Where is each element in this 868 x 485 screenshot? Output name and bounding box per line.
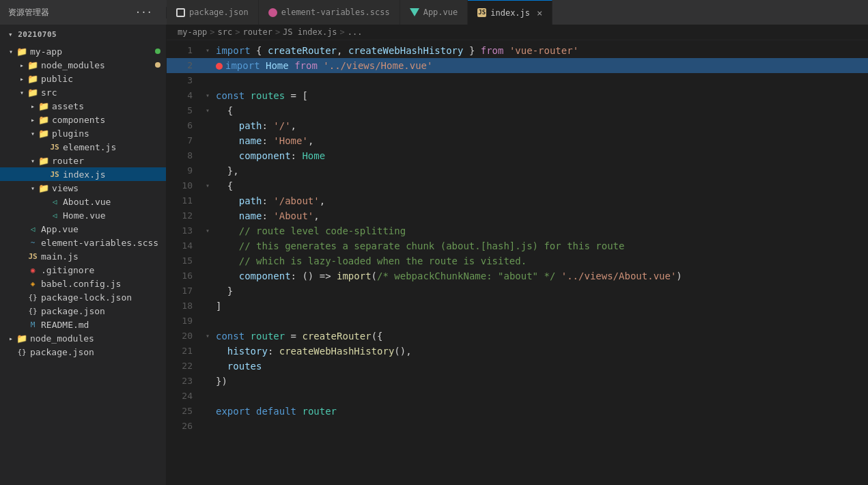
folder-icon: 📁 xyxy=(27,74,38,84)
breadcrumb-part[interactable]: my-app xyxy=(178,27,207,37)
tree-item-my-app[interactable]: ▾📁my-app xyxy=(0,44,166,58)
file-icon: 📁 xyxy=(16,46,27,57)
tab-label-index-js: index.js xyxy=(490,8,530,18)
code-line-2: 2import Home from '../views/Home.vue' xyxy=(167,58,868,73)
line-content: const routes = [ xyxy=(213,88,868,103)
folder-arrow: ▾ xyxy=(16,89,27,96)
fold-arrow[interactable]: ▾ xyxy=(202,88,213,103)
babel-file-icon: ◈ xyxy=(31,279,36,288)
tab-bar: package.jsonelement-variables.scssApp.vu… xyxy=(167,0,868,25)
tree-item-components[interactable]: ▸📁components xyxy=(0,113,166,126)
file-icon: JS xyxy=(49,141,60,152)
more-options-button[interactable]: ··· xyxy=(135,7,152,18)
folder-arrow: ▾ xyxy=(27,157,38,165)
folder-icon: 📁 xyxy=(16,46,27,57)
folder-arrow: ▸ xyxy=(16,75,27,83)
tree-item-app-vue[interactable]: ◁App.vue xyxy=(0,222,166,236)
folder-icon: 📁 xyxy=(16,333,27,344)
line-number: 23 xyxy=(167,374,202,389)
folder-arrow: ▾ xyxy=(5,48,16,55)
file-icon: 📁 xyxy=(38,100,49,111)
file-icon: 📁 xyxy=(38,182,49,193)
breadcrumb-part[interactable]: src xyxy=(218,27,233,37)
tree-item-readme[interactable]: MREADME.md xyxy=(0,318,166,331)
folder-icon: 📁 xyxy=(38,128,49,139)
folder-arrow: ▾ xyxy=(27,184,38,192)
folder-icon: 📁 xyxy=(38,156,49,166)
tree-item-label: About.vue xyxy=(63,197,166,207)
tree-item-package-json[interactable]: {}package.json xyxy=(0,304,166,318)
breadcrumb-part[interactable]: router xyxy=(243,27,272,37)
tab-package-json[interactable]: package.json xyxy=(167,0,259,25)
tree-item-node_modules[interactable]: ▸📁node_modules xyxy=(0,58,166,72)
line-content: export default router xyxy=(213,404,868,419)
line-number: 15 xyxy=(167,253,202,268)
breadcrumb-separator: > xyxy=(235,27,240,37)
line-content: // route level code-splitting xyxy=(213,223,868,238)
line-content: import Home from '../views/Home.vue' xyxy=(213,58,868,73)
title-bar: 资源管理器 ··· package.jsonelement-variables.… xyxy=(0,0,868,25)
tree-item-src[interactable]: ▾📁src xyxy=(0,85,166,99)
tree-item-label: Home.vue xyxy=(63,210,166,221)
error-indicator xyxy=(216,63,223,70)
tree-item-node_modules2[interactable]: ▸📁node_modules xyxy=(0,331,166,345)
code-line-16: 16 component: () => import(/* webpackChu… xyxy=(167,268,868,283)
tree-item-label: .gitignore xyxy=(41,265,166,275)
line-content: // this generates a separate chunk (abou… xyxy=(213,238,868,253)
code-view[interactable]: 1▾import { createRouter, createWebHashHi… xyxy=(167,40,868,485)
tree-item-home-vue[interactable]: ◁Home.vue xyxy=(0,208,166,222)
line-content: // which is lazy-loaded when the route i… xyxy=(213,253,868,268)
tree-item-label: node_modules xyxy=(30,333,166,344)
tree-item-main-js[interactable]: JSmain.js xyxy=(0,249,166,263)
tree-item-babel-config[interactable]: ◈babel.config.js xyxy=(0,277,166,290)
tree-item-element-js[interactable]: JSelement.js xyxy=(0,140,166,154)
file-icon: JS xyxy=(27,251,38,262)
line-number: 9 xyxy=(167,163,202,178)
line-content: name: 'About', xyxy=(213,208,868,223)
line-content: { xyxy=(213,178,868,193)
code-line-20: 20▾const router = createRouter({ xyxy=(167,329,868,344)
code-line-1: 1▾import { createRouter, createWebHashHi… xyxy=(167,43,868,58)
tree-item-label: package-lock.json xyxy=(41,292,166,303)
tree-item-views[interactable]: ▾📁views xyxy=(0,181,166,195)
editor-area: my-app>src>router>JS index.js>... 1▾impo… xyxy=(167,25,868,485)
line-number: 20 xyxy=(167,329,202,344)
tree-item-assets[interactable]: ▸📁assets xyxy=(0,99,166,113)
tree-item-element-scss[interactable]: ~element-variables.scss xyxy=(0,236,166,249)
tab-index-js[interactable]: JSindex.js× xyxy=(468,0,552,25)
tab-close-button[interactable]: × xyxy=(537,8,542,18)
file-icon: {} xyxy=(27,292,38,303)
tree-item-package-lock[interactable]: {}package-lock.json xyxy=(0,290,166,304)
file-icon: ◁ xyxy=(49,210,60,221)
file-icon: 📁 xyxy=(27,59,38,70)
fold-arrow[interactable]: ▾ xyxy=(202,223,213,238)
tree-item-label: main.js xyxy=(41,251,166,262)
tree-item-router[interactable]: ▾📁router xyxy=(0,154,166,167)
fold-arrow[interactable]: ▾ xyxy=(202,43,213,58)
tree-item-index-js[interactable]: JSindex.js xyxy=(0,167,166,181)
fold-arrow[interactable]: ▾ xyxy=(202,178,213,193)
breadcrumb-part[interactable]: ... xyxy=(348,27,363,37)
line-number: 18 xyxy=(167,299,202,314)
breadcrumb-part[interactable]: JS index.js xyxy=(283,27,337,37)
line-content: history: createWebHashHistory(), xyxy=(213,344,868,359)
code-line-23: 23}) xyxy=(167,374,868,389)
tab-label-package-json: package.json xyxy=(189,8,249,17)
line-number: 13 xyxy=(167,223,202,238)
tree-item-about-vue[interactable]: ◁About.vue xyxy=(0,195,166,208)
file-tree: ▾📁my-app▸📁node_modules▸📁public▾📁src▸📁ass… xyxy=(0,44,166,359)
folder-icon: 📁 xyxy=(27,60,38,70)
tree-item-label: components xyxy=(52,115,166,125)
fold-arrow[interactable]: ▾ xyxy=(202,103,213,118)
line-content: }, xyxy=(213,163,868,178)
tree-item-public[interactable]: ▸📁public xyxy=(0,72,166,85)
tree-item-gitignore[interactable]: ◉.gitignore xyxy=(0,263,166,277)
tree-item-package-json2[interactable]: {}package.json xyxy=(0,345,166,359)
fold-arrow[interactable]: ▾ xyxy=(202,329,213,344)
line-content: import { createRouter, createWebHashHist… xyxy=(213,43,868,58)
code-line-15: 15 // which is lazy-loaded when the rout… xyxy=(167,253,868,268)
tree-item-plugins[interactable]: ▾📁plugins xyxy=(0,126,166,140)
tab-app-vue[interactable]: App.vue xyxy=(400,0,468,25)
tab-element-variables[interactable]: element-variables.scss xyxy=(259,0,400,25)
line-number: 22 xyxy=(167,359,202,374)
